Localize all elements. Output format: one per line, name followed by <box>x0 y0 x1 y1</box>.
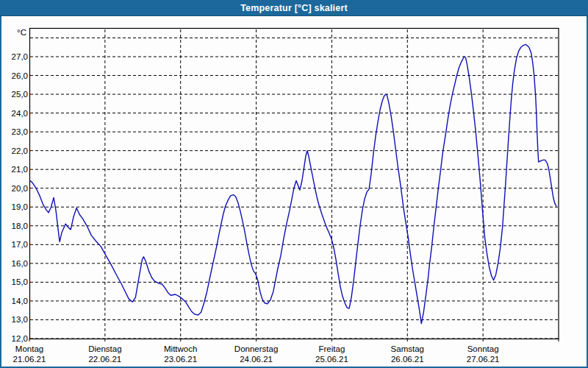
y-tick-label: 20,0 <box>12 184 28 193</box>
x-day-label: Freitag <box>319 344 345 353</box>
x-date-label: 23.06.21 <box>164 355 197 364</box>
x-date-label: 25.06.21 <box>315 355 348 364</box>
y-tick-label: 17,0 <box>12 240 28 249</box>
temperature-chart: °C12,013,014,015,016,017,018,019,020,021… <box>1 16 587 367</box>
y-tick-label: 24,0 <box>12 109 28 118</box>
app-window: Temperatur [°C] skaliert °C12,013,014,01… <box>0 0 588 368</box>
y-tick-label: 22,0 <box>12 146 28 155</box>
y-tick-label: 19,0 <box>12 202 28 211</box>
x-day-label: Sonntag <box>467 344 499 353</box>
y-tick-label: 16,0 <box>12 259 28 268</box>
y-tick-label: 15,0 <box>12 277 28 286</box>
y-tick-label: 25,0 <box>12 90 28 99</box>
x-date-label: 22.06.21 <box>88 355 121 364</box>
x-day-label: Mittwoch <box>164 344 197 353</box>
chart-background <box>1 16 587 367</box>
x-date-label: 27.06.21 <box>467 355 500 364</box>
y-tick-label: 18,0 <box>12 222 28 230</box>
x-day-label: Montag <box>15 344 43 353</box>
y-tick-label: 21,0 <box>12 165 28 174</box>
y-tick-label: 13,0 <box>12 315 28 324</box>
x-day-label: Samstag <box>391 344 424 353</box>
y-tick-label: 14,0 <box>12 297 28 305</box>
x-date-label: 24.06.21 <box>240 355 273 364</box>
y-tick-label: 12,0 <box>12 334 28 343</box>
x-date-label: 21.06.21 <box>13 355 46 364</box>
x-date-label: 26.06.21 <box>391 355 424 364</box>
y-tick-label: 27,0 <box>12 52 28 61</box>
title-bar: Temperatur [°C] skaliert <box>0 0 588 16</box>
x-day-label: Donnerstag <box>234 344 278 353</box>
window-title: Temperatur [°C] skaliert <box>240 3 348 13</box>
y-axis-unit-label: °C <box>17 28 26 37</box>
y-tick-label: 23,0 <box>12 127 28 136</box>
y-tick-label: 26,0 <box>12 71 28 80</box>
x-day-label: Dienstag <box>88 344 121 353</box>
